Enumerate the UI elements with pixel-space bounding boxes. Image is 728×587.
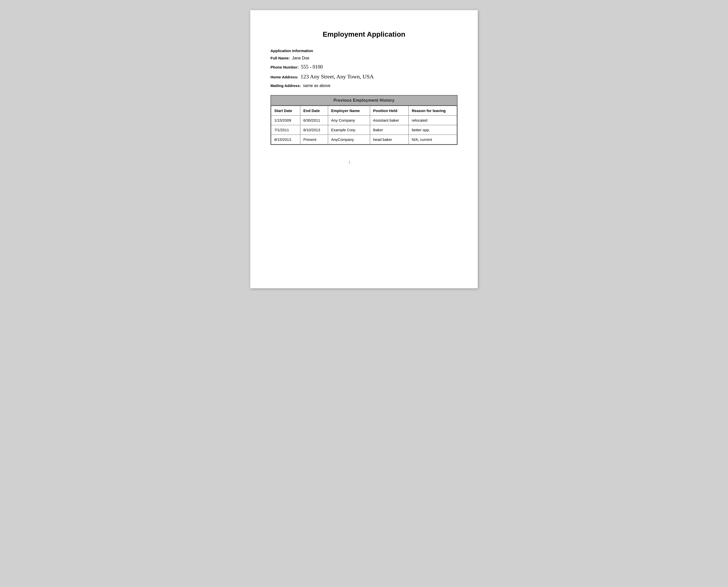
table-cell: relocated (409, 116, 457, 125)
col-employer-name: Employer Name (328, 106, 370, 116)
mailing-address-field: Mailing Address: same as above (270, 84, 458, 88)
home-address-value: 123 Any Street, Any Town, USA (300, 73, 374, 80)
employment-table-heading: Previous Employment History (271, 96, 457, 106)
table-header-row: Start Date End Date Employer Name Positi… (271, 106, 457, 116)
table-row: 1/15/20096/30/2011Any CompanyAssistant b… (271, 116, 457, 125)
section-label-app-info: Application Information (270, 49, 458, 53)
table-cell: 7/1/2011 (271, 125, 300, 135)
table-cell: 8/10/2013 (300, 125, 328, 135)
table-cell: 8/15/2013 (271, 135, 300, 144)
document-page: Employment Application Application Infor… (250, 10, 478, 288)
home-address-label: Home Address: (270, 75, 298, 79)
mailing-address-value: same as above (303, 84, 331, 88)
full-name-label: Full Name: (270, 56, 290, 60)
col-start-date: Start Date (271, 106, 300, 116)
table-cell: N/A, current (409, 135, 457, 144)
table-cell: Assistant baker (370, 116, 409, 125)
table-cell: better opp. (409, 125, 457, 135)
mailing-address-label: Mailing Address: (270, 84, 301, 88)
table-cell: AnyCompany (328, 135, 370, 144)
full-name-value: Jane Doe (292, 56, 309, 60)
table-cell: 6/30/2011 (300, 116, 328, 125)
phone-value: 555 - 0100 (301, 64, 323, 70)
phone-label: Phone Number: (270, 65, 299, 69)
col-position-held: Position Held (370, 106, 409, 116)
col-end-date: End Date (300, 106, 328, 116)
table-cell: Baker (370, 125, 409, 135)
page-title: Employment Application (270, 30, 458, 39)
application-info-section: Application Information Full Name: Jane … (270, 49, 458, 88)
home-address-field: Home Address: 123 Any Street, Any Town, … (270, 73, 458, 80)
full-name-field: Full Name: Jane Doe (270, 56, 458, 61)
table-row: 8/15/2013PresentAnyCompanyhead bakerN/A,… (271, 135, 457, 144)
employment-table: Start Date End Date Employer Name Positi… (271, 106, 457, 144)
table-cell: Present (300, 135, 328, 144)
table-cell: 1/15/2009 (271, 116, 300, 125)
phone-field: Phone Number: 555 - 0100 (270, 64, 458, 70)
table-cell: Example Corp. (328, 125, 370, 135)
col-reason-leaving: Reason for leaving (409, 106, 457, 116)
employment-history-section: Previous Employment History Start Date E… (270, 95, 458, 145)
table-cell: Any Company (328, 116, 370, 125)
table-row: 7/1/20118/10/2013Example Corp.Bakerbette… (271, 125, 457, 135)
table-cell: head baker (370, 135, 409, 144)
footer-dots: · 1 · · · · (270, 160, 458, 164)
